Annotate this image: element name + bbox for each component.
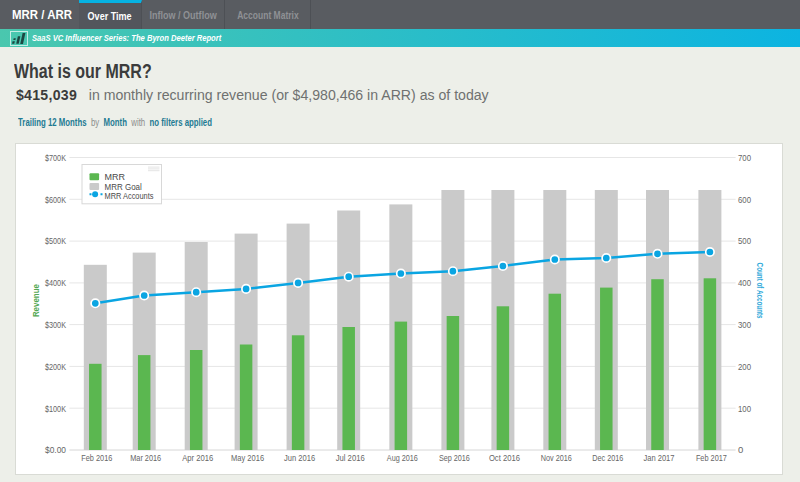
- svg-text:700: 700: [738, 152, 751, 163]
- svg-text:200: 200: [738, 361, 751, 372]
- svg-text:$0.00: $0.00: [45, 444, 66, 455]
- svg-text:Aug 2016: Aug 2016: [387, 452, 418, 463]
- svg-text:Feb 2017: Feb 2017: [696, 452, 727, 463]
- svg-text:$100K: $100K: [45, 403, 66, 414]
- svg-text:MRR: MRR: [105, 172, 126, 182]
- svg-text:May 2016: May 2016: [231, 452, 264, 463]
- svg-text:Mar 2016: Mar 2016: [130, 452, 161, 463]
- svg-text:$200K: $200K: [45, 361, 66, 372]
- svg-text:MRR Accounts: MRR Accounts: [105, 191, 154, 201]
- svg-text:Revenue: Revenue: [31, 284, 42, 317]
- svg-text:$300K: $300K: [45, 319, 66, 330]
- svg-text:Jan 2017: Jan 2017: [644, 452, 675, 463]
- svg-text:Jun 2016: Jun 2016: [284, 452, 315, 463]
- svg-text:Jul 2016: Jul 2016: [336, 452, 365, 463]
- svg-text:600: 600: [738, 194, 751, 205]
- svg-text:$500K: $500K: [45, 235, 66, 246]
- svg-text:Sep 2016: Sep 2016: [439, 452, 470, 463]
- svg-text:Oct 2016: Oct 2016: [489, 452, 520, 463]
- svg-text:100: 100: [738, 403, 751, 414]
- svg-text:$600K: $600K: [45, 194, 66, 205]
- svg-text:300: 300: [738, 319, 751, 330]
- svg-text:Apr 2016: Apr 2016: [182, 452, 213, 463]
- svg-text:0: 0: [738, 444, 743, 455]
- svg-text:500: 500: [738, 235, 751, 246]
- svg-text:Count of Accounts: Count of Accounts: [755, 263, 766, 319]
- svg-text:400: 400: [738, 277, 751, 288]
- svg-text:$400K: $400K: [45, 277, 66, 288]
- svg-text:Feb 2016: Feb 2016: [81, 452, 112, 463]
- svg-text:$700K: $700K: [45, 152, 66, 163]
- svg-text:Dec 2016: Dec 2016: [592, 452, 623, 463]
- svg-text:Nov 2016: Nov 2016: [541, 452, 572, 463]
